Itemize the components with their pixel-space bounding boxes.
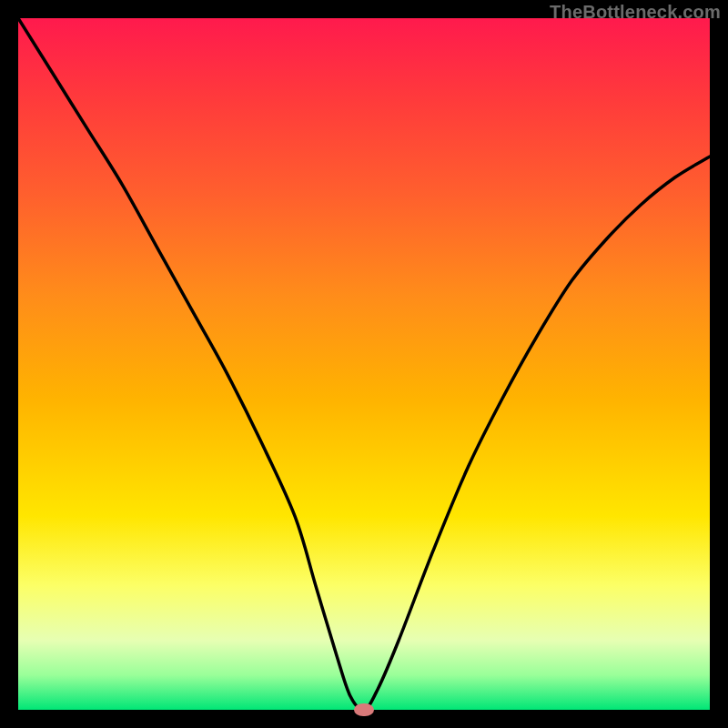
optimum-marker [354, 703, 374, 716]
plot-area [18, 18, 710, 710]
bottleneck-curve [18, 18, 710, 710]
watermark-text: TheBottleneck.com [550, 2, 721, 23]
chart-frame: TheBottleneck.com [0, 0, 728, 728]
